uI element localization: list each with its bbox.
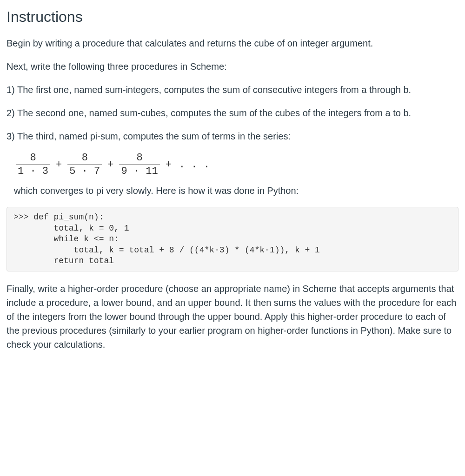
fraction-denominator: 1 · 3	[16, 165, 50, 177]
fraction-term-1: 8 1 · 3	[16, 152, 50, 177]
fraction-denominator: 9 · 11	[119, 165, 159, 177]
fraction-numerator: 8	[134, 152, 144, 165]
plus-operator: +	[166, 157, 172, 172]
series-block: 8 1 · 3 + 8 5 · 7 + 8 9 · 11 + . . . whi…	[7, 152, 458, 198]
math-series: 8 1 · 3 + 8 5 · 7 + 8 9 · 11 + . . .	[14, 152, 458, 177]
ellipsis: . . .	[179, 157, 210, 172]
fraction-denominator: 5 · 7	[67, 165, 102, 177]
paragraph-converges: which converges to pi very slowly. Here …	[14, 184, 458, 198]
paragraph-item-2: 2) The second one, named sum-cubes, comp…	[7, 106, 458, 120]
fraction-numerator: 8	[28, 152, 38, 165]
fraction-term-2: 8 5 · 7	[67, 152, 102, 177]
paragraph-next: Next, write the following three procedur…	[7, 60, 458, 73]
page-title: Instructions	[7, 6, 458, 28]
paragraph-item-1: 1) The first one, named sum-integers, co…	[7, 83, 458, 97]
paragraph-intro: Begin by writing a procedure that calcul…	[7, 36, 458, 50]
fraction-numerator: 8	[80, 152, 90, 165]
paragraph-finally: Finally, write a higher-order procedure …	[7, 282, 458, 351]
plus-operator: +	[56, 157, 62, 172]
code-block-python: >>> def pi_sum(n): total, k = 0, 1 while…	[7, 207, 458, 271]
paragraph-item-3: 3) The third, named pi-sum, computes the…	[7, 129, 458, 143]
plus-operator: +	[107, 157, 113, 172]
fraction-term-3: 8 9 · 11	[119, 152, 159, 177]
